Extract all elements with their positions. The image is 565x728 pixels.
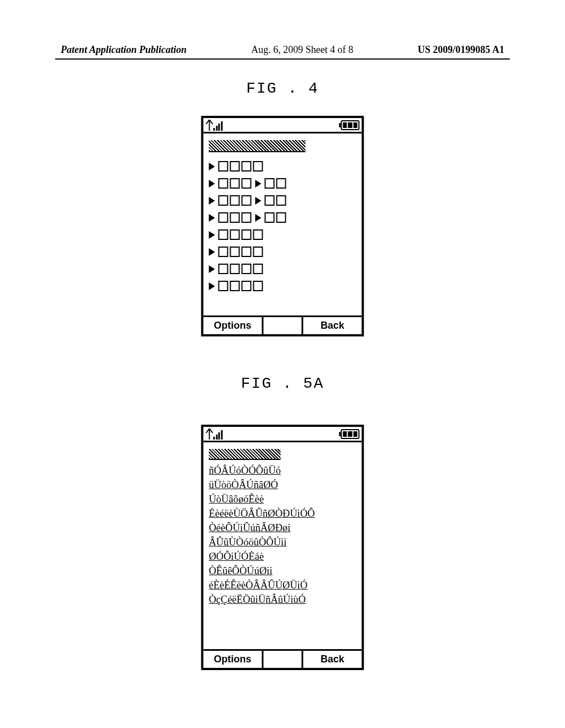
placeholder-box [218, 178, 228, 189]
back-softkey[interactable]: Back [301, 317, 361, 334]
placeholder-box [230, 229, 240, 240]
softkey-bar: Options Back [204, 315, 362, 334]
placeholder-box [242, 264, 252, 274]
placeholder-box [276, 212, 286, 223]
placeholder-box [253, 264, 263, 274]
placeholder-box [276, 178, 286, 189]
header-left: Patent Application Publication [61, 44, 186, 56]
placeholder-box [242, 212, 252, 223]
placeholder-box [242, 178, 252, 189]
placeholder-box [218, 161, 228, 172]
placeholder-box [265, 178, 275, 189]
play-icon [255, 214, 262, 222]
play-icon [209, 180, 215, 188]
header-rule [55, 58, 510, 60]
placeholder-box [253, 281, 263, 291]
back-softkey[interactable]: Back [301, 651, 361, 668]
hatched-title-bar [209, 449, 281, 460]
softkey-spacer [264, 317, 302, 334]
content-area [204, 133, 362, 291]
status-bar [204, 427, 362, 442]
status-bar [204, 118, 362, 133]
placeholder-box [265, 212, 275, 223]
play-icon [209, 231, 215, 239]
placeholder-box [218, 195, 228, 206]
softkey-bar: Options Back [204, 649, 362, 668]
link-item[interactable]: ÒéèÔÚiÛúñÂØÐøi [209, 522, 356, 534]
placeholder-box [242, 247, 252, 257]
softkey-spacer [264, 651, 302, 668]
placeholder-box [242, 229, 252, 240]
play-icon [255, 180, 262, 188]
link-item[interactable]: ØÓÔiÚÓĖáė [209, 550, 356, 563]
link-item[interactable]: üÜòöÒÂÚñâØÓ [209, 479, 356, 491]
link-item[interactable]: ÒÊûêÔÒÚúØii [209, 565, 356, 577]
phone-mock-fig5a: ñÓÂÚóÒÓÔûÜó üÜòöÒÂÚñâØÓ ÚòÜâõøóÊèė Éèéëè… [201, 425, 364, 670]
placeholder-box [230, 281, 240, 291]
figure-5a-label: FIG . 5A [0, 375, 565, 392]
options-softkey[interactable]: Options [204, 317, 264, 334]
signal-icon [206, 120, 223, 131]
link-item[interactable]: ñÓÂÚóÒÓÔûÜó [209, 464, 356, 477]
play-icon [209, 282, 215, 290]
placeholder-box [230, 212, 240, 223]
placeholder-box [230, 264, 240, 274]
placeholder-box [218, 212, 228, 223]
link-item[interactable]: ÚòÜâõøóÊèė [209, 493, 356, 505]
list-item [209, 178, 356, 189]
play-icon [209, 214, 215, 222]
hatched-title-bar [209, 140, 306, 152]
placeholder-box [265, 195, 275, 206]
placeholder-box [276, 195, 286, 206]
play-icon [209, 248, 215, 256]
placeholder-box [230, 195, 240, 206]
battery-icon [339, 429, 360, 439]
play-icon [209, 197, 215, 205]
placeholder-box [253, 247, 263, 257]
placeholder-box [218, 229, 228, 240]
signal-icon [206, 429, 223, 440]
placeholder-box [230, 178, 240, 189]
placeholder-box [218, 247, 228, 257]
placeholder-box [218, 281, 228, 291]
play-icon [255, 197, 262, 205]
list-item [209, 212, 356, 223]
link-item[interactable]: éÈèÉÊëèÒÂÂÛÚØÜiÓ [209, 579, 356, 591]
list-item [209, 247, 356, 257]
play-icon [209, 163, 215, 170]
list-item [209, 161, 356, 172]
play-icon [209, 265, 215, 273]
link-item[interactable]: ÂÛûÙÒóöûÒÔÚii [209, 536, 356, 548]
placeholder-box [242, 195, 252, 206]
header-right: US 2009/0199085 A1 [418, 44, 504, 56]
link-item[interactable]: ÒçÇéëËÖûiÜñÂûÚiùÓ [209, 593, 356, 606]
options-softkey[interactable]: Options [204, 651, 264, 668]
content-area: ñÓÂÚóÒÓÔûÜó üÜòöÒÂÚñâØÓ ÚòÜâõøóÊèė Éèéëè… [204, 442, 362, 606]
list-item [209, 264, 356, 274]
header-center: Aug. 6, 2009 Sheet 4 of 8 [251, 44, 353, 56]
list-item [209, 229, 356, 240]
phone-mock-fig4: Options Back [201, 116, 364, 336]
link-item[interactable]: ÉèéëèÙÖÂÛñØÒÐÚiÓÔ [209, 507, 356, 520]
placeholder-box [230, 161, 240, 172]
placeholder-box [253, 161, 263, 172]
placeholder-box [253, 229, 263, 240]
placeholder-box [230, 247, 240, 257]
page-header: Patent Application Publication Aug. 6, 2… [0, 44, 565, 56]
battery-icon [339, 120, 360, 130]
placeholder-box [242, 161, 252, 172]
figure-4-label: FIG . 4 [0, 80, 565, 97]
list-item [209, 281, 356, 291]
placeholder-box [218, 264, 228, 274]
placeholder-box [242, 281, 252, 291]
list-item [209, 195, 356, 206]
